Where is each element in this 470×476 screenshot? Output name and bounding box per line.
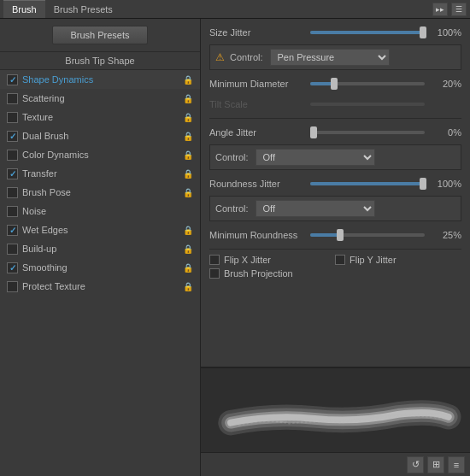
checkbox-wet-edges[interactable] — [7, 225, 18, 236]
min-diameter-thumb[interactable] — [331, 78, 338, 90]
list-item[interactable]: Texture 🔒 — [0, 108, 200, 126]
brush-projection-checkbox[interactable] — [209, 268, 220, 279]
warning-icon: ⚠ — [215, 51, 225, 63]
lock-icon: 🔒 — [183, 93, 193, 103]
control-select-2[interactable]: Off Pen Pressure Fade — [256, 149, 375, 166]
lock-icon: 🔒 — [183, 187, 193, 197]
min-roundness-label: Minimum Roundness — [209, 230, 303, 240]
control-row-2: Control: Off Pen Pressure Fade — [209, 144, 461, 170]
list-item[interactable]: Transfer 🔒 — [0, 164, 200, 183]
roundness-jitter-label: Roundness Jitter — [209, 179, 303, 189]
list-item[interactable]: Wet Edges 🔒 — [0, 220, 200, 239]
label-brush-pose: Brush Pose — [22, 187, 183, 197]
roundness-jitter-row: Roundness Jitter 100% — [209, 175, 461, 192]
tilt-scale-row: Tilt Scale — [209, 96, 461, 113]
checkbox-dual-brush[interactable] — [7, 131, 18, 142]
control-select-1[interactable]: Pen Pressure Off Fade Pen Tilt — [270, 49, 390, 66]
control-label-2: Control: — [215, 152, 249, 162]
tab-brush-presets[interactable]: Brush Presets — [45, 0, 121, 18]
right-panel: Size Jitter 100% ⚠ Control: Pen Pressure… — [201, 19, 470, 476]
size-jitter-slider[interactable] — [310, 31, 425, 34]
lock-icon: 🔒 — [183, 150, 193, 160]
checkbox-smoothing[interactable] — [7, 262, 18, 273]
lock-icon: 🔒 — [183, 74, 193, 85]
angle-jitter-label: Angle Jitter — [209, 127, 303, 138]
list-item[interactable]: Color Dynamics 🔒 — [0, 145, 200, 164]
checkbox-shape-dynamics[interactable] — [7, 74, 18, 85]
expand-icon[interactable]: ▸▸ — [432, 3, 448, 16]
roundness-jitter-slider[interactable] — [310, 182, 425, 185]
checkbox-protect-texture[interactable] — [7, 281, 18, 292]
min-roundness-row: Minimum Roundness 25% — [209, 226, 461, 244]
lock-icon: 🔒 — [183, 225, 193, 235]
lock-icon: 🔒 — [183, 281, 193, 291]
min-roundness-slider[interactable] — [310, 233, 425, 237]
grid-icon[interactable]: ⊞ — [427, 456, 444, 473]
brush-list: Shape Dynamics 🔒 Scattering 🔒 Texture 🔒 — [0, 70, 200, 476]
angle-jitter-value: 0% — [432, 127, 461, 138]
list-item[interactable]: Scattering 🔒 — [0, 89, 200, 108]
lock-icon: 🔒 — [183, 262, 193, 273]
brush-projection-row: Brush Projection — [209, 268, 461, 279]
options-icon[interactable]: ≡ — [448, 456, 465, 473]
list-item[interactable]: Protect Texture 🔒 — [0, 277, 200, 296]
control-label-1: Control: — [230, 52, 263, 62]
tilt-scale-label: Tilt Scale — [209, 99, 303, 109]
min-diameter-row: Minimum Diameter 20% — [209, 75, 461, 92]
tab-brush[interactable]: Brush — [3, 0, 45, 18]
list-item[interactable]: Smoothing 🔒 — [0, 258, 200, 277]
checkbox-color-dynamics[interactable] — [7, 150, 18, 161]
min-diameter-value: 20% — [432, 79, 461, 89]
brush-presets-btn-wrap: Brush Presets — [0, 19, 200, 52]
size-jitter-thumb[interactable] — [420, 26, 426, 38]
menu-icon[interactable]: ☰ — [451, 3, 467, 16]
main-layout: Brush Presets Brush Tip Shape Shape Dyna… — [0, 19, 470, 476]
checkbox-transfer[interactable] — [7, 168, 18, 179]
list-item[interactable]: Noise 🔒 — [0, 202, 200, 220]
label-noise: Noise — [22, 206, 183, 216]
size-jitter-fill — [310, 31, 425, 34]
brush-tip-shape-header: Brush Tip Shape — [0, 52, 200, 70]
flip-row: Flip X Jitter Flip Y Jitter — [209, 255, 461, 265]
min-diameter-fill — [310, 82, 333, 85]
brush-projection-label: Brush Projection — [224, 268, 318, 279]
brush-presets-button[interactable]: Brush Presets — [52, 26, 147, 44]
checkbox-scattering[interactable] — [7, 93, 18, 104]
label-transfer: Transfer — [22, 168, 183, 179]
checkbox-buildup[interactable] — [7, 244, 18, 255]
roundness-jitter-fill — [310, 182, 425, 185]
list-item[interactable]: Build-up 🔒 — [0, 239, 200, 258]
brush-stroke-svg — [201, 368, 470, 452]
header-tabs: Brush Brush Presets ▸▸ ☰ — [0, 0, 470, 19]
header-icons: ▸▸ ☰ — [432, 3, 467, 16]
label-buildup: Build-up — [22, 244, 183, 254]
settings-area: Size Jitter 100% ⚠ Control: Pen Pressure… — [201, 19, 470, 367]
label-protect-texture: Protect Texture — [22, 281, 183, 291]
label-scattering: Scattering — [22, 93, 183, 103]
label-wet-edges: Wet Edges — [22, 225, 183, 235]
list-item[interactable]: Brush Pose 🔒 — [0, 183, 200, 202]
label-dual-brush: Dual Brush — [22, 131, 183, 141]
control-select-3[interactable]: Off Pen Pressure Fade — [256, 200, 375, 217]
flip-y-label: Flip Y Jitter — [350, 255, 444, 265]
min-roundness-thumb[interactable] — [337, 229, 344, 241]
checkbox-texture[interactable] — [7, 112, 18, 123]
label-shape-dynamics: Shape Dynamics — [22, 74, 183, 85]
flip-x-checkbox[interactable] — [209, 255, 220, 265]
checkbox-noise[interactable] — [7, 206, 18, 217]
brush-projection-item: Brush Projection — [209, 268, 318, 279]
list-item[interactable]: Shape Dynamics 🔒 — [0, 70, 200, 89]
list-item[interactable]: Dual Brush 🔒 — [0, 126, 200, 145]
size-jitter-label: Size Jitter — [209, 27, 303, 38]
angle-jitter-slider[interactable] — [310, 131, 425, 134]
flip-y-checkbox[interactable] — [335, 255, 345, 265]
flip-y-item: Flip Y Jitter — [335, 255, 444, 265]
app-container: Brush Brush Presets ▸▸ ☰ Brush Presets B… — [0, 0, 470, 476]
recycle-icon[interactable]: ↺ — [407, 456, 424, 473]
roundness-jitter-thumb[interactable] — [420, 178, 426, 190]
min-diameter-slider[interactable] — [310, 82, 425, 85]
angle-jitter-thumb[interactable] — [310, 126, 317, 138]
checkbox-brush-pose[interactable] — [7, 187, 18, 198]
divider-1 — [209, 118, 461, 119]
lock-icon: 🔒 — [183, 168, 193, 179]
